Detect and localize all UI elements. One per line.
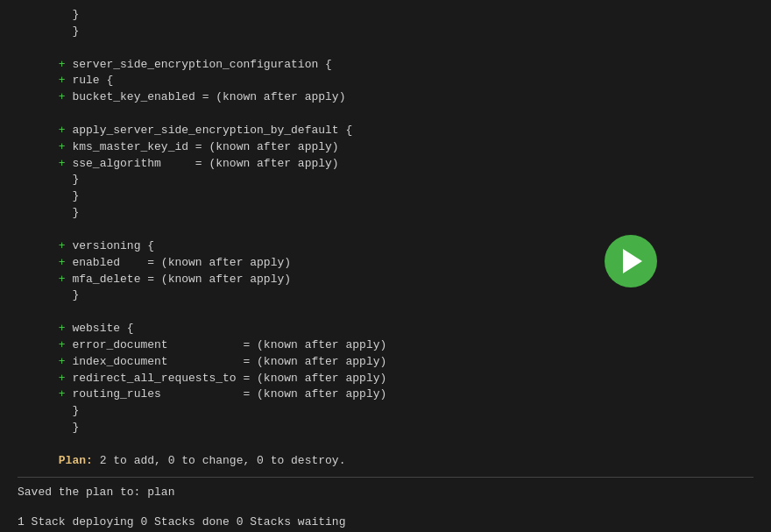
code-line [0, 304, 771, 321]
code-line [0, 40, 771, 57]
code-line: + redirect_all_requests_to = (known afte… [0, 371, 771, 387]
code-line [0, 106, 771, 123]
status-bar: 1 Stack deploying 0 Stacks done 0 Stacks… [0, 512, 771, 532]
saved-plan-line: Saved the plan to: plan [0, 485, 771, 501]
code-line: + server_side_encryption_configuration { [0, 57, 771, 74]
code-line [0, 436, 771, 453]
code-line: } [0, 287, 771, 304]
code-line: + error_document = (known after apply) [0, 337, 771, 354]
code-line: } [0, 205, 771, 222]
code-line: } [0, 188, 771, 205]
code-line: + bucket_key_enabled = (known after appl… [0, 89, 771, 106]
code-line: + rule { [0, 73, 771, 89]
code-line: } [0, 420, 771, 436]
separator [18, 477, 753, 478]
code-line: + sse_algorithm = (known after apply) [0, 156, 771, 173]
code-line: } [0, 172, 771, 188]
code-line: } [0, 24, 771, 40]
code-line: + mfa_delete = (known after apply) [0, 272, 771, 288]
code-line: } [0, 403, 771, 420]
code-line: + index_document = (known after apply) [0, 354, 771, 371]
code-line: + kms_master_key_id = (known after apply… [0, 139, 771, 156]
code-line: + website { [0, 321, 771, 337]
terminal: } } + server_side_encryption_configurati… [0, 0, 771, 532]
code-line: + routing_rules = (known after apply) [0, 387, 771, 403]
code-line: } [0, 7, 771, 24]
play-icon [623, 249, 642, 273]
code-line [0, 222, 771, 238]
status-text: 1 Stack deploying 0 Stacks done 0 Stacks… [18, 515, 345, 528]
plan-line: Plan: 2 to add, 0 to change, 0 to destro… [0, 453, 771, 470]
play-button[interactable] [605, 235, 657, 287]
code-line: + apply_server_side_encryption_by_defaul… [0, 123, 771, 139]
